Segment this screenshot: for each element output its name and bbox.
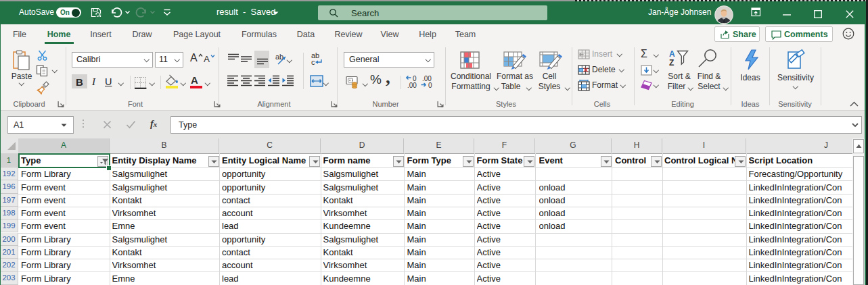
svg-text:0: 0 (413, 75, 417, 82)
svg-text:.00: .00 (407, 82, 417, 89)
svg-text:A: A (669, 49, 675, 59)
svg-text:c: c (311, 58, 315, 66)
svg-text:0: 0 (428, 82, 432, 89)
svg-text:.00: .00 (422, 75, 432, 82)
svg-text:Z: Z (669, 58, 674, 67)
